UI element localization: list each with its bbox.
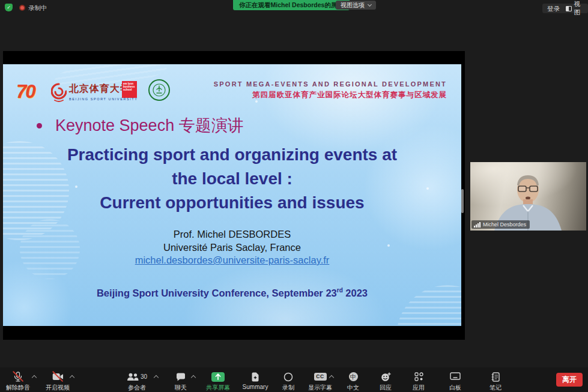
layout-icon [566,6,572,11]
bullet-icon [37,123,42,128]
meeting-window: ✓ 录制中 你正在观看Michel Desbordes的屏幕 视图选项 登录 视… [0,0,588,392]
light-blob-decoration [261,64,441,154]
conference-header-chinese: 第四届欧亚体育产业国际论坛大型体育赛事与区域发展 [252,90,447,100]
presentation-slide: 70 北京体育大学 BEIJING SPORT UNIVERSITY em ly… [3,64,461,326]
keynote-heading: Keynote Speech 专题演讲 [37,115,244,136]
conference-date-ordinal: rd [337,287,343,294]
captions-cc-icon: CC [314,373,327,381]
participants-icon [127,373,139,381]
slide-title-line3: Current opportunities and issues [3,191,461,215]
security-shield-icon[interactable]: ✓ [5,4,13,11]
start-video-button[interactable]: 开启视频 [34,372,82,392]
shared-screen-area: 70 北京体育大学 BEIJING SPORT UNIVERSITY em ly… [3,51,465,340]
slide-title-line2: the local level : [3,167,461,191]
notes-label: 笔记 [471,384,520,392]
slide-title-line1: Practicing sport and organizing events a… [3,143,461,167]
view-options-label: 视图选项 [341,1,365,10]
participant-name-tag: Michel Desbordes [471,220,530,229]
view-layout-button[interactable]: 视图 [562,4,588,13]
participant-name: Michel Desbordes [483,222,526,228]
camera-off-icon [34,372,82,382]
notes-icon [471,372,520,382]
participants-button[interactable]: 30 参会者 [113,372,161,392]
anniversary-70-logo: 70 [16,81,34,103]
speaker-affiliation: Université Paris Saclay, France [3,241,461,255]
recording-status-label: 录制中 [28,4,47,13]
speaker-block: Prof. Michel DESBORDES Université Paris … [3,228,461,267]
participants-count: 30 [141,373,147,380]
language-icon: 中 [349,372,358,381]
signal-strength-icon [474,222,480,228]
speaker-email-link[interactable]: michel.desbordes@universite-paris-saclay… [135,255,330,265]
conference-date-prefix: Beijing Sport University Conference, Sep… [97,288,337,298]
recording-indicator-icon [19,5,25,11]
conference-date-suffix: 2023 [343,288,368,298]
share-screen-icon [211,372,225,382]
start-video-label: 开启视频 [34,384,82,392]
leave-meeting-button[interactable]: 离开 [556,373,583,387]
green-emblem-logo [148,79,170,101]
slide-title: Practicing sport and organizing events a… [3,143,461,215]
speaker-video-tile[interactable]: Michel Desbordes [470,162,586,231]
watching-screen-banner: 你正在观看Michel Desbordes的屏幕 [233,0,350,10]
meeting-toolbar: 解除静音 开启视频 30 [0,367,588,392]
speaker-name: Prof. Michel DESBORDES [3,228,461,241]
conference-date-line: Beijing Sport University Conference, Sep… [3,287,461,299]
share-scrollbar-handle[interactable] [461,189,464,213]
bsu-swirl-logo [51,82,67,106]
emlyon-logo: em lyon business school [122,81,137,98]
view-layout-label: 视图 [574,0,585,17]
notes-button[interactable]: 笔记 [471,372,520,392]
participants-label: 参会者 [113,384,161,392]
dot-decoration [255,100,258,103]
view-options-button[interactable]: 视图选项 [336,1,376,10]
login-button[interactable]: 登录 [542,4,565,13]
chevron-down-icon [368,2,372,6]
conference-header-english: SPORT MEGA-EVENTS AND REGIONAL DEVELOPME… [214,80,447,88]
keynote-heading-text: Keynote Speech 专题演讲 [55,115,244,136]
